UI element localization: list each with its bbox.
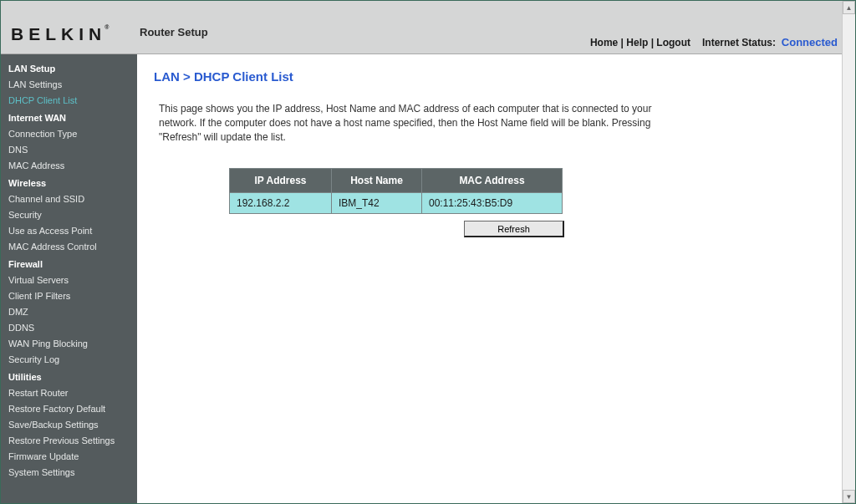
sidebar-heading-internet-wan: Internet WAN: [8, 110, 137, 126]
help-link[interactable]: Help: [626, 37, 648, 48]
table-row: 192.168.2.2 IBM_T42 00:11:25:43:B5:D9: [230, 193, 563, 214]
sidebar-heading-wireless: Wireless: [8, 176, 137, 191]
sidebar-item-ddns[interactable]: DDNS: [8, 320, 137, 336]
page-description: This page shows you the IP address, Host…: [159, 102, 660, 145]
sidebar-item-system-settings[interactable]: System Settings: [8, 465, 137, 481]
sidebar-item-wan-ping[interactable]: WAN Ping Blocking: [8, 336, 137, 352]
internet-status-value: Connected: [782, 36, 838, 48]
sidebar-item-dns[interactable]: DNS: [8, 142, 137, 158]
internet-status-label: Internet Status:: [702, 37, 776, 48]
sidebar-item-mac-control[interactable]: MAC Address Control: [8, 239, 137, 255]
sidebar-item-dmz[interactable]: DMZ: [8, 304, 137, 320]
home-link[interactable]: Home: [590, 37, 618, 48]
page-content: LAN > DHCP Client List This page shows y…: [137, 54, 843, 503]
dhcp-client-table: IP Address Host Name MAC Address 192.168…: [229, 168, 563, 214]
logout-link[interactable]: Logout: [656, 37, 690, 48]
belkin-logo: BELKIN®: [11, 24, 109, 44]
vertical-scrollbar[interactable]: ▲ ▼: [842, 1, 855, 503]
sidebar-item-dhcp-client-list[interactable]: DHCP Client List: [8, 93, 137, 109]
sidebar-heading-utilities: Utilities: [8, 369, 137, 385]
sidebar-item-channel-ssid[interactable]: Channel and SSID: [8, 191, 137, 207]
sidebar-item-security[interactable]: Security: [8, 207, 137, 223]
sidebar: LAN Setup LAN Settings DHCP Client List …: [1, 54, 137, 503]
sidebar-item-mac-address[interactable]: MAC Address: [8, 158, 137, 174]
scroll-down-icon[interactable]: ▼: [843, 490, 855, 503]
sidebar-item-firmware-update[interactable]: Firmware Update: [8, 449, 137, 465]
scroll-up-icon[interactable]: ▲: [843, 1, 855, 14]
col-header-ip: IP Address: [230, 169, 332, 193]
sidebar-heading-lan-setup: LAN Setup: [8, 61, 137, 77]
cell-mac: 00:11:25:43:B5:D9: [422, 193, 563, 214]
sidebar-item-lan-settings[interactable]: LAN Settings: [8, 77, 137, 93]
sidebar-item-connection-type[interactable]: Connection Type: [8, 126, 137, 142]
top-links: Home | Help | Logout: [590, 37, 690, 48]
col-header-mac: MAC Address: [422, 169, 563, 193]
sidebar-item-restore-factory[interactable]: Restore Factory Default: [8, 401, 137, 417]
page-title: LAN > DHCP Client List: [154, 69, 826, 84]
sidebar-heading-firewall: Firewall: [8, 257, 137, 272]
sidebar-item-virtual-servers[interactable]: Virtual Servers: [8, 272, 137, 288]
refresh-button[interactable]: Refresh: [464, 221, 564, 237]
header-bar: BELKIN® Router Setup Home | Help | Logou…: [1, 1, 843, 54]
table-header-row: IP Address Host Name MAC Address: [230, 169, 563, 193]
sidebar-item-access-point[interactable]: Use as Access Point: [8, 223, 137, 239]
cell-ip: 192.168.2.2: [230, 193, 332, 214]
cell-host: IBM_T42: [332, 193, 422, 214]
col-header-host: Host Name: [332, 169, 422, 193]
sidebar-item-restore-previous[interactable]: Restore Previous Settings: [8, 433, 137, 449]
sidebar-item-save-backup[interactable]: Save/Backup Settings: [8, 417, 137, 433]
sidebar-item-security-log[interactable]: Security Log: [8, 352, 137, 368]
sidebar-item-restart-router[interactable]: Restart Router: [8, 385, 137, 401]
app-title: Router Setup: [140, 26, 208, 38]
sidebar-item-client-ip-filters[interactable]: Client IP Filters: [8, 288, 137, 304]
